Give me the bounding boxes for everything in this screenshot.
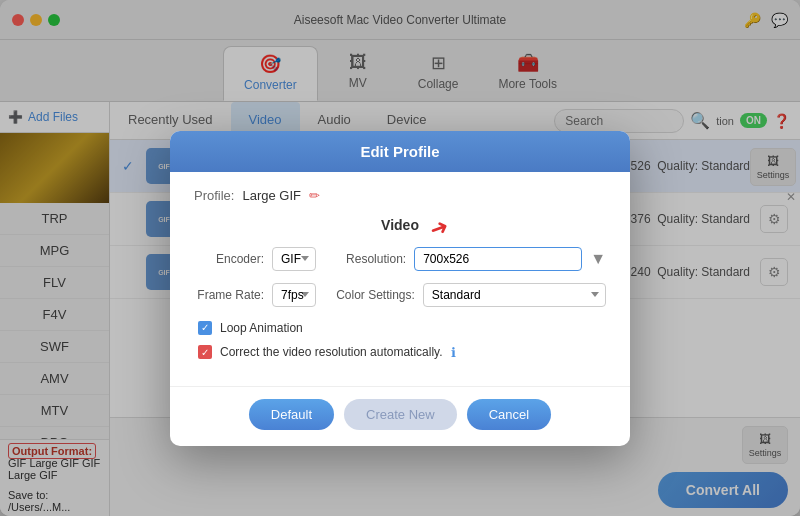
encoder-row: Encoder: GIF (194, 247, 316, 271)
frame-rate-row: Frame Rate: 7fps (194, 283, 316, 307)
edit-icon[interactable]: ✏ (309, 188, 320, 203)
resolution-input[interactable] (414, 247, 582, 271)
form-grid: Encoder: GIF Resolution: ▼ Frame Rate: 7… (194, 247, 606, 307)
color-settings-row: Color Settings: Standard (336, 283, 606, 307)
modal-body: Profile: Large GIF ✏ Video Encoder: GIF … (170, 172, 630, 386)
color-settings-label: Color Settings: (336, 288, 415, 302)
profile-value: Large GIF (242, 188, 301, 203)
frame-rate-select[interactable]: 7fps (272, 283, 316, 307)
modal-title: Edit Profile (360, 143, 439, 160)
profile-label: Profile: (194, 188, 234, 203)
modal-header: Edit Profile (170, 131, 630, 172)
loop-animation-checkbox[interactable]: ✓ (198, 321, 212, 335)
frame-rate-label: Frame Rate: (194, 288, 264, 302)
correct-resolution-row: ✓ Correct the video resolution automatic… (194, 345, 606, 360)
resolution-row: Resolution: ▼ (336, 247, 606, 271)
modal-overlay: ➜ Edit Profile Profile: Large GIF ✏ Vide… (0, 0, 800, 516)
profile-row: Profile: Large GIF ✏ (194, 188, 606, 203)
correct-resolution-label: Correct the video resolution automatical… (220, 345, 443, 359)
video-section-title: Video (194, 217, 606, 233)
correct-resolution-checkbox[interactable]: ✓ (198, 345, 212, 359)
loop-animation-label: Loop Animation (220, 321, 303, 335)
default-button[interactable]: Default (249, 399, 334, 430)
cancel-button[interactable]: Cancel (467, 399, 551, 430)
create-new-button[interactable]: Create New (344, 399, 457, 430)
info-icon[interactable]: ℹ (451, 345, 456, 360)
resolution-dropdown-icon[interactable]: ▼ (590, 250, 606, 268)
resolution-label: Resolution: (336, 252, 406, 266)
edit-profile-modal: Edit Profile Profile: Large GIF ✏ Video … (170, 131, 630, 446)
color-settings-select[interactable]: Standard (423, 283, 606, 307)
encoder-label: Encoder: (194, 252, 264, 266)
modal-footer: Default Create New Cancel (170, 386, 630, 446)
loop-animation-row: ✓ Loop Animation (194, 321, 606, 335)
encoder-select[interactable]: GIF (272, 247, 316, 271)
